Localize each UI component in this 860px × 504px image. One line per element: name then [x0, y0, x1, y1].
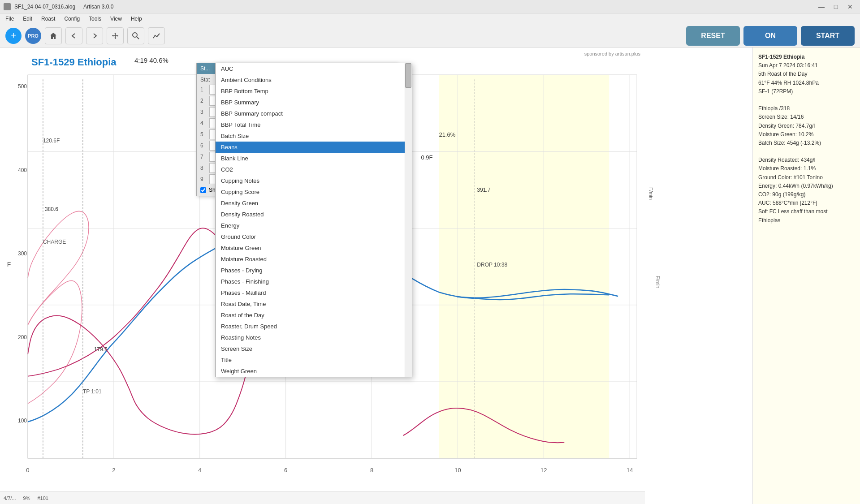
- menu-config[interactable]: Config: [61, 15, 83, 23]
- info-line7: Ethiopia /318: [758, 104, 855, 113]
- info-line2: Sun Apr 7 2024 03:16:41: [758, 61, 855, 70]
- list-item-cupping-notes[interactable]: Cupping Notes: [216, 175, 412, 186]
- title-bar-left: SF1_24-04-07_0316.alog — Artisan 3.0.0: [4, 3, 113, 10]
- list-item-phases-maillard[interactable]: Phases - Maillard: [216, 287, 412, 298]
- menu-bar: File Edit Roast Config Tools View Help: [0, 13, 860, 24]
- analytics-button[interactable]: [148, 27, 165, 44]
- list-item-roast-date-time[interactable]: Roast Date, Time: [216, 298, 412, 310]
- move-icon: [111, 32, 119, 40]
- svg-text:12: 12: [540, 467, 547, 474]
- menu-file[interactable]: File: [2, 15, 17, 23]
- list-item-bbp-total-time[interactable]: BBP Total Time: [216, 119, 412, 130]
- info-line4: 61°F 44% RH 1024.8hPa: [758, 79, 855, 87]
- list-item-batch-size[interactable]: Batch Size: [216, 130, 412, 142]
- row-num-1: 1: [200, 86, 207, 93]
- menu-view[interactable]: View: [107, 15, 125, 23]
- list-item-weight-green[interactable]: Weight Green: [216, 366, 412, 377]
- svg-text:0: 0: [26, 467, 29, 474]
- info-line18: AUC: 588°C*min [212°F]: [758, 199, 855, 207]
- svg-text:CHARGE: CHARGE: [43, 239, 66, 245]
- row-num-5: 5: [200, 131, 207, 138]
- close-button[interactable]: ✕: [844, 2, 856, 11]
- pro-button[interactable]: PRO: [25, 28, 41, 44]
- main-content: sponsored by artisan.plus SF1-1529 Ethio…: [0, 47, 860, 504]
- menu-edit[interactable]: Edit: [19, 15, 36, 23]
- list-item-density-green[interactable]: Density Green: [216, 198, 412, 209]
- svg-text:2: 2: [112, 467, 115, 474]
- status-date: 4/7/...: [4, 495, 16, 501]
- list-item-ambient[interactable]: Ambient Conditions: [216, 74, 412, 86]
- list-item-phases-drying[interactable]: Phases - Drying: [216, 265, 412, 276]
- info-line3: 5th Roast of the Day: [758, 70, 855, 78]
- info-line16: Energy: 0.44kWh (0.97kWh/kg): [758, 182, 855, 190]
- svg-text:0.9F: 0.9F: [421, 154, 432, 161]
- add-button[interactable]: +: [5, 28, 22, 44]
- search-button[interactable]: [127, 27, 144, 44]
- list-item-roasting-notes[interactable]: Roasting Notes: [216, 332, 412, 343]
- list-item-title[interactable]: Title: [216, 354, 412, 366]
- scrollbar-thumb[interactable]: [405, 63, 411, 88]
- svg-text:8: 8: [370, 467, 373, 474]
- list-item-ground-color[interactable]: Ground Color: [216, 231, 412, 242]
- back-icon: [70, 32, 78, 40]
- svg-text:21.6%: 21.6%: [439, 131, 455, 138]
- svg-text:F/min: F/min: [648, 187, 654, 200]
- analytics-icon: [152, 32, 160, 40]
- info-line17: CO2: 90g (199g/kg): [758, 190, 855, 199]
- info-panel: SF1-1529 Ethiopia Sun Apr 7 2024 03:16:4…: [752, 47, 860, 504]
- info-line19: Soft FC Less chaff than most: [758, 207, 855, 216]
- list-item-moisture-roasted[interactable]: Moisture Roasted: [216, 254, 412, 265]
- svg-line-1: [137, 37, 139, 39]
- info-line5: SF-1 (72RPM): [758, 87, 855, 96]
- status-hash: #101: [37, 495, 48, 501]
- list-item-cupping-score[interactable]: Cupping Score: [216, 186, 412, 198]
- menu-tools[interactable]: Tools: [85, 15, 105, 23]
- info-line13: Density Roasted: 434g/l: [758, 156, 855, 164]
- home-button[interactable]: [45, 27, 62, 44]
- list-item-co2[interactable]: CO2: [216, 164, 412, 175]
- list-item-bbp-bottom-temp[interactable]: BBP Bottom Temp: [216, 86, 412, 97]
- status-percent: 9%: [23, 495, 30, 501]
- dropdown-list[interactable]: AUC Ambient Conditions BBP Bottom Temp B…: [215, 63, 412, 377]
- info-line1: SF1-1529 Ethiopia: [758, 53, 855, 61]
- svg-text:DROP 10:38: DROP 10:38: [477, 262, 507, 268]
- list-item-auc[interactable]: AUC: [216, 63, 412, 74]
- info-line8: Screen Size: 14/16: [758, 113, 855, 121]
- svg-point-0: [133, 33, 137, 37]
- row-num-6: 6: [200, 142, 207, 149]
- search-icon: [132, 32, 140, 40]
- back-button[interactable]: [65, 27, 82, 44]
- menu-help[interactable]: Help: [127, 15, 146, 23]
- info-line14: Moisture Roasted: 1.1%: [758, 164, 855, 173]
- move-button[interactable]: [107, 27, 124, 44]
- on-button[interactable]: ON: [743, 26, 797, 46]
- list-item-bbp-summary[interactable]: BBP Summary: [216, 97, 412, 108]
- list-item-beans[interactable]: Beans: [216, 142, 412, 153]
- scrollbar-track[interactable]: [405, 63, 412, 377]
- svg-text:391.7: 391.7: [477, 187, 490, 193]
- svg-text:F/min: F/min: [655, 276, 661, 289]
- maximize-button[interactable]: □: [830, 2, 842, 11]
- list-item-roast-of-day[interactable]: Roast of the Day: [216, 310, 412, 321]
- list-item-blank-line[interactable]: Blank Line: [216, 153, 412, 164]
- svg-text:TP 1:01: TP 1:01: [83, 388, 102, 395]
- list-item-phases-finishing[interactable]: Phases - Finishing: [216, 276, 412, 287]
- forward-button[interactable]: [86, 27, 103, 44]
- window-title: SF1_24-04-07_0316.alog — Artisan 3.0.0: [14, 4, 113, 10]
- list-item-bbp-summary-compact[interactable]: BBP Summary compact: [216, 108, 412, 119]
- dialog-checkbox[interactable]: [200, 187, 206, 193]
- svg-text:F: F: [7, 261, 11, 268]
- list-item-moisture-green[interactable]: Moisture Green: [216, 242, 412, 254]
- menu-roast[interactable]: Roast: [38, 15, 59, 23]
- reset-button[interactable]: RESET: [686, 26, 740, 46]
- start-button[interactable]: START: [801, 26, 855, 46]
- home-icon: [49, 32, 57, 40]
- list-item-screen-size[interactable]: Screen Size: [216, 343, 412, 354]
- row-num-2: 2: [200, 98, 207, 104]
- status-bar: 4/7/... 9% #101: [0, 491, 645, 504]
- minimize-button[interactable]: —: [815, 2, 828, 11]
- list-item-density-roasted[interactable]: Density Roasted: [216, 209, 412, 220]
- svg-text:120.6F: 120.6F: [43, 138, 60, 144]
- list-item-roaster-drum-speed[interactable]: Roaster, Drum Speed: [216, 321, 412, 332]
- list-item-energy[interactable]: Energy: [216, 220, 412, 231]
